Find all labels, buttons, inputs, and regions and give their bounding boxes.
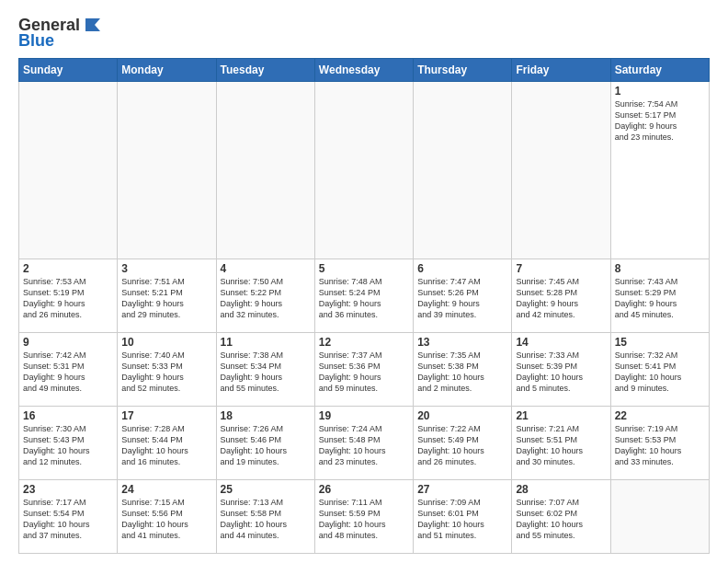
- day-number: 12: [319, 336, 409, 349]
- calendar-cell: 13Sunrise: 7:35 AM Sunset: 5:38 PM Dayli…: [414, 333, 512, 407]
- day-info: Sunrise: 7:35 AM Sunset: 5:38 PM Dayligh…: [417, 350, 507, 395]
- calendar-cell: 24Sunrise: 7:15 AM Sunset: 5:56 PM Dayli…: [118, 480, 216, 554]
- calendar-cell: [512, 82, 610, 259]
- day-info: Sunrise: 7:45 AM Sunset: 5:28 PM Dayligh…: [516, 276, 606, 321]
- day-number: 1: [615, 85, 705, 98]
- day-info: Sunrise: 7:11 AM Sunset: 5:59 PM Dayligh…: [319, 497, 409, 542]
- calendar-cell: 8Sunrise: 7:43 AM Sunset: 5:29 PM Daylig…: [610, 259, 709, 333]
- calendar-cell: 4Sunrise: 7:50 AM Sunset: 5:22 PM Daylig…: [216, 259, 314, 333]
- day-number: 25: [221, 483, 311, 496]
- header: General Blue: [18, 15, 710, 51]
- page: General Blue SundayMondayTuesdayWednesda…: [0, 0, 728, 563]
- calendar-cell: 2Sunrise: 7:53 AM Sunset: 5:19 PM Daylig…: [19, 259, 118, 333]
- weekday-header-friday: Friday: [512, 59, 610, 82]
- day-info: Sunrise: 7:21 AM Sunset: 5:51 PM Dayligh…: [516, 423, 606, 468]
- day-info: Sunrise: 7:51 AM Sunset: 5:21 PM Dayligh…: [121, 276, 211, 321]
- day-info: Sunrise: 7:15 AM Sunset: 5:56 PM Dayligh…: [121, 497, 211, 542]
- calendar-week-1: 1Sunrise: 7:54 AM Sunset: 5:17 PM Daylig…: [19, 82, 710, 259]
- day-number: 24: [121, 483, 211, 496]
- calendar-cell: [610, 480, 709, 554]
- calendar-cell: 28Sunrise: 7:07 AM Sunset: 6:02 PM Dayli…: [512, 480, 610, 554]
- day-number: 21: [516, 409, 606, 422]
- calendar-cell: 18Sunrise: 7:26 AM Sunset: 5:46 PM Dayli…: [216, 407, 314, 480]
- day-info: Sunrise: 7:42 AM Sunset: 5:31 PM Dayligh…: [23, 350, 113, 395]
- day-number: 10: [121, 336, 211, 349]
- day-info: Sunrise: 7:50 AM Sunset: 5:22 PM Dayligh…: [221, 276, 311, 321]
- day-number: 28: [516, 483, 606, 496]
- day-info: Sunrise: 7:19 AM Sunset: 5:53 PM Dayligh…: [615, 423, 705, 468]
- calendar-cell: 15Sunrise: 7:32 AM Sunset: 5:41 PM Dayli…: [610, 333, 709, 407]
- day-info: Sunrise: 7:54 AM Sunset: 5:17 PM Dayligh…: [615, 98, 705, 144]
- weekday-header-sunday: Sunday: [19, 59, 118, 82]
- calendar-week-3: 9Sunrise: 7:42 AM Sunset: 5:31 PM Daylig…: [19, 333, 710, 407]
- calendar-week-2: 2Sunrise: 7:53 AM Sunset: 5:19 PM Daylig…: [19, 259, 710, 333]
- day-info: Sunrise: 7:43 AM Sunset: 5:29 PM Dayligh…: [615, 276, 705, 321]
- day-number: 26: [319, 483, 409, 496]
- logo-flag-icon: [82, 15, 102, 35]
- weekday-header-tuesday: Tuesday: [216, 59, 314, 82]
- calendar-cell: [216, 82, 314, 259]
- calendar-week-4: 16Sunrise: 7:30 AM Sunset: 5:43 PM Dayli…: [19, 407, 710, 480]
- day-number: 15: [615, 336, 705, 349]
- day-info: Sunrise: 7:30 AM Sunset: 5:43 PM Dayligh…: [23, 423, 113, 468]
- calendar-cell: 1Sunrise: 7:54 AM Sunset: 5:17 PM Daylig…: [610, 82, 709, 259]
- weekday-header-thursday: Thursday: [414, 59, 512, 82]
- calendar-cell: 10Sunrise: 7:40 AM Sunset: 5:33 PM Dayli…: [118, 333, 216, 407]
- day-number: 13: [417, 336, 507, 349]
- day-number: 23: [23, 483, 113, 496]
- svg-marker-0: [85, 18, 100, 31]
- calendar-cell: 9Sunrise: 7:42 AM Sunset: 5:31 PM Daylig…: [19, 333, 118, 407]
- day-number: 3: [121, 262, 211, 275]
- calendar-cell: 23Sunrise: 7:17 AM Sunset: 5:54 PM Dayli…: [19, 480, 118, 554]
- calendar-cell: [118, 82, 216, 259]
- calendar-cell: 26Sunrise: 7:11 AM Sunset: 5:59 PM Dayli…: [314, 480, 413, 554]
- weekday-header-monday: Monday: [118, 59, 216, 82]
- calendar-cell: 14Sunrise: 7:33 AM Sunset: 5:39 PM Dayli…: [512, 333, 610, 407]
- day-info: Sunrise: 7:32 AM Sunset: 5:41 PM Dayligh…: [615, 350, 705, 395]
- calendar-header-row: SundayMondayTuesdayWednesdayThursdayFrid…: [19, 59, 710, 82]
- calendar-table: SundayMondayTuesdayWednesdayThursdayFrid…: [18, 58, 710, 554]
- calendar-cell: 20Sunrise: 7:22 AM Sunset: 5:49 PM Dayli…: [414, 407, 512, 480]
- day-info: Sunrise: 7:17 AM Sunset: 5:54 PM Dayligh…: [23, 497, 113, 542]
- day-info: Sunrise: 7:22 AM Sunset: 5:49 PM Dayligh…: [417, 423, 507, 468]
- day-info: Sunrise: 7:13 AM Sunset: 5:58 PM Dayligh…: [221, 497, 311, 542]
- calendar-cell: 7Sunrise: 7:45 AM Sunset: 5:28 PM Daylig…: [512, 259, 610, 333]
- day-number: 7: [516, 262, 606, 275]
- day-number: 6: [417, 262, 507, 275]
- calendar-cell: 27Sunrise: 7:09 AM Sunset: 6:01 PM Dayli…: [414, 480, 512, 554]
- day-number: 16: [23, 409, 113, 422]
- day-info: Sunrise: 7:40 AM Sunset: 5:33 PM Dayligh…: [121, 350, 211, 395]
- day-number: 11: [221, 336, 311, 349]
- day-number: 14: [516, 336, 606, 349]
- day-number: 18: [221, 409, 311, 422]
- calendar-cell: [19, 82, 118, 259]
- day-number: 20: [417, 409, 507, 422]
- day-number: 8: [615, 262, 705, 275]
- day-number: 5: [319, 262, 409, 275]
- day-number: 4: [221, 262, 311, 275]
- day-number: 27: [417, 483, 507, 496]
- day-number: 17: [121, 409, 211, 422]
- day-info: Sunrise: 7:48 AM Sunset: 5:24 PM Dayligh…: [319, 276, 409, 321]
- day-info: Sunrise: 7:28 AM Sunset: 5:44 PM Dayligh…: [121, 423, 211, 468]
- calendar-cell: 22Sunrise: 7:19 AM Sunset: 5:53 PM Dayli…: [610, 407, 709, 480]
- calendar-cell: [314, 82, 413, 259]
- day-number: 22: [615, 409, 705, 422]
- day-number: 2: [23, 262, 113, 275]
- logo: General Blue: [18, 15, 102, 51]
- calendar-cell: 12Sunrise: 7:37 AM Sunset: 5:36 PM Dayli…: [314, 333, 413, 407]
- day-info: Sunrise: 7:24 AM Sunset: 5:48 PM Dayligh…: [319, 423, 409, 468]
- calendar-cell: 6Sunrise: 7:47 AM Sunset: 5:26 PM Daylig…: [414, 259, 512, 333]
- day-info: Sunrise: 7:26 AM Sunset: 5:46 PM Dayligh…: [221, 423, 311, 468]
- day-info: Sunrise: 7:38 AM Sunset: 5:34 PM Dayligh…: [221, 350, 311, 395]
- day-info: Sunrise: 7:47 AM Sunset: 5:26 PM Dayligh…: [417, 276, 507, 321]
- day-info: Sunrise: 7:09 AM Sunset: 6:01 PM Dayligh…: [417, 497, 507, 542]
- calendar-cell: 11Sunrise: 7:38 AM Sunset: 5:34 PM Dayli…: [216, 333, 314, 407]
- calendar-cell: 19Sunrise: 7:24 AM Sunset: 5:48 PM Dayli…: [314, 407, 413, 480]
- weekday-header-saturday: Saturday: [610, 59, 709, 82]
- calendar-cell: 25Sunrise: 7:13 AM Sunset: 5:58 PM Dayli…: [216, 480, 314, 554]
- calendar-cell: 5Sunrise: 7:48 AM Sunset: 5:24 PM Daylig…: [314, 259, 413, 333]
- day-number: 19: [319, 409, 409, 422]
- calendar-cell: 16Sunrise: 7:30 AM Sunset: 5:43 PM Dayli…: [19, 407, 118, 480]
- day-info: Sunrise: 7:33 AM Sunset: 5:39 PM Dayligh…: [516, 350, 606, 395]
